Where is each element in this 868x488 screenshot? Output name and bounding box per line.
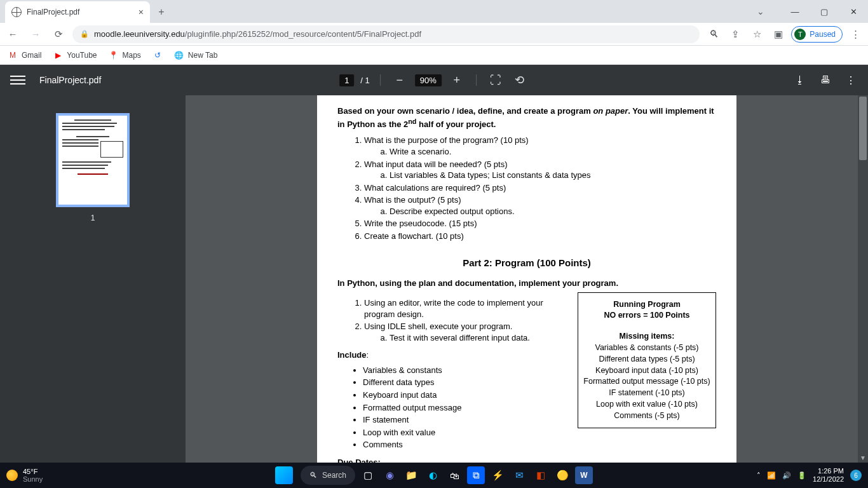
sun-icon (6, 470, 18, 481)
pdf-toolbar: FinalProject.pdf 1 / 1 − 90% + ⛶ ⟲ ⭳ 🖶 ⋮ (0, 65, 868, 95)
wifi-icon[interactable]: 📶 (767, 471, 776, 480)
back-button[interactable]: ← (4, 25, 22, 43)
tray-chevron-icon[interactable]: ˄ (757, 471, 761, 480)
address-bar: ← → ⟳ 🔒 moodle.leeuniversity.edu/pluginf… (0, 23, 868, 46)
close-window-button[interactable]: ✕ (839, 1, 868, 22)
tab-overflow-icon[interactable]: ⌄ (746, 1, 775, 22)
browser-tab[interactable]: FinalProject.pdf × (5, 1, 150, 23)
pdf-title: FinalProject.pdf (39, 75, 101, 85)
battery-icon[interactable]: 🔋 (797, 471, 806, 480)
start-button[interactable] (275, 466, 293, 484)
chrome-icon[interactable]: 🟡 (553, 466, 571, 484)
tab-title: FinalProject.pdf (27, 8, 133, 17)
page-current[interactable]: 1 (339, 74, 354, 86)
intro-text: Based on your own scenario / idea, defin… (337, 105, 716, 130)
tab-strip: FinalProject.pdf × + ⌄ — ▢ ✕ (0, 0, 868, 23)
store-icon[interactable]: 🛍 (445, 466, 463, 484)
clock[interactable]: 1:26 PM 12/1/2022 (813, 467, 844, 484)
fit-page-icon[interactable]: ⛶ (487, 71, 505, 89)
page-area: Based on your own scenario / idea, defin… (186, 95, 868, 463)
youtube-icon: ▶ (53, 50, 63, 60)
rubric-box: Running Program NO errors = 100 Points M… (578, 292, 716, 428)
teams-icon[interactable]: ◉ (381, 466, 398, 484)
forward-button[interactable]: → (27, 25, 44, 43)
print-icon[interactable]: 🖶 (818, 73, 832, 87)
dropbox-icon[interactable]: ⧉ (467, 466, 485, 484)
zoom-out-button[interactable]: − (391, 71, 409, 89)
thumbnail-number: 1 (91, 214, 95, 222)
history-icon: ↺ (153, 50, 163, 60)
bookmark-maps[interactable]: 📍Maps (109, 50, 141, 60)
bookmark-gmail[interactable]: MGmail (8, 50, 41, 60)
mail-icon[interactable]: ✉ (510, 466, 528, 484)
rotate-icon[interactable]: ⟲ (511, 71, 529, 89)
taskbar-right: ˄ 📶 🔊 🔋 1:26 PM 12/1/2022 6 (757, 467, 862, 484)
pdf-page: Based on your own scenario / idea, defin… (317, 95, 736, 463)
condition: Sunny (23, 475, 43, 483)
file-explorer-icon[interactable]: 📁 (402, 466, 420, 484)
globe-icon: 🌐 (174, 50, 184, 60)
scroll-thumb[interactable] (859, 97, 867, 160)
vertical-scrollbar[interactable]: ▲ ▼ (858, 95, 868, 463)
part1-list: What is the purpose of the program? (10 … (337, 135, 716, 241)
side-panel-icon[interactable]: ▣ (770, 25, 787, 43)
maximize-button[interactable]: ▢ (810, 1, 839, 22)
profile-paused-chip[interactable]: T Paused (791, 26, 843, 43)
edge-icon[interactable]: ◐ (424, 466, 442, 484)
page-thumbnail[interactable] (56, 113, 130, 207)
download-icon[interactable]: ⭳ (793, 73, 807, 87)
minimize-button[interactable]: — (780, 1, 810, 22)
search-icon[interactable]: 🔍︎ (705, 25, 722, 43)
zoom-in-button[interactable]: + (448, 71, 466, 89)
close-tab-icon[interactable]: × (139, 7, 144, 17)
pdf-toolbar-center: 1 / 1 − 90% + ⛶ ⟲ (339, 71, 529, 89)
weather-widget[interactable]: 45°F Sunny (6, 468, 43, 483)
bookmarks-bar: MGmail ▶YouTube 📍Maps ↺ 🌐New Tab (0, 46, 868, 65)
pdf-body: 1 Based on your own scenario / idea, def… (0, 95, 868, 463)
zoom-level[interactable]: 90% (415, 74, 442, 86)
bookmark-youtube[interactable]: ▶YouTube (53, 50, 97, 60)
more-icon[interactable]: ⋮ (844, 73, 858, 87)
bookmark-star-icon[interactable]: ☆ (748, 25, 766, 43)
page-sep: / 1 (360, 76, 369, 85)
globe-icon (11, 7, 22, 17)
lock-icon: 🔒 (80, 30, 89, 38)
office-icon[interactable]: ◧ (532, 466, 550, 484)
taskbar-search[interactable]: 🔍︎Search (301, 466, 355, 485)
hamburger-icon[interactable] (10, 72, 25, 88)
thumbnail-pane: 1 (0, 95, 186, 463)
maps-icon: 📍 (109, 50, 119, 60)
gmail-icon: M (8, 50, 18, 60)
url-path: /pluginfile.php/2615252/mod_resource/con… (185, 29, 421, 39)
app-icon[interactable]: ⚡ (489, 466, 506, 484)
kebab-menu-icon[interactable]: ⋮ (846, 25, 864, 43)
search-icon: 🔍︎ (309, 471, 317, 480)
url-domain: moodle.leeuniversity.edu (94, 29, 185, 39)
taskbar: 45°F Sunny 🔍︎Search ▢ ◉ 📁 ◐ 🛍 ⧉ ⚡ ✉ ◧ 🟡 … (0, 463, 868, 488)
bookmark-history[interactable]: ↺ (153, 50, 163, 60)
part2-left: Using an editor, write the code to imple… (337, 292, 567, 463)
share-icon[interactable]: ⇪ (726, 25, 744, 43)
volume-icon[interactable]: 🔊 (782, 471, 791, 480)
bookmark-newtab[interactable]: 🌐New Tab (174, 50, 217, 60)
taskbar-center: 🔍︎Search ▢ ◉ 📁 ◐ 🛍 ⧉ ⚡ ✉ ◧ 🟡 W (275, 466, 593, 485)
part2-heading: Part 2: Program (100 Points) (337, 257, 716, 269)
url-field[interactable]: 🔒 moodle.leeuniversity.edu/pluginfile.ph… (72, 25, 700, 43)
window-controls: ⌄ — ▢ ✕ (746, 0, 868, 23)
paused-label: Paused (810, 30, 836, 39)
task-view-icon[interactable]: ▢ (359, 466, 377, 484)
word-icon[interactable]: W (575, 466, 593, 484)
pdf-toolbar-right: ⭳ 🖶 ⋮ (793, 73, 858, 87)
avatar: T (794, 29, 806, 40)
notification-badge[interactable]: 6 (850, 470, 862, 481)
new-tab-button[interactable]: + (153, 3, 170, 21)
scroll-down-icon[interactable]: ▼ (858, 452, 868, 463)
include-list: Variables & constants Different data typ… (337, 365, 567, 451)
part2-intro: In Python, using the plan and documentat… (337, 278, 716, 289)
temperature: 45°F (23, 468, 43, 475)
address-bar-actions: 🔍︎ ⇪ ☆ ▣ T Paused ⋮ (705, 25, 864, 43)
reload-button[interactable]: ⟳ (50, 25, 67, 43)
